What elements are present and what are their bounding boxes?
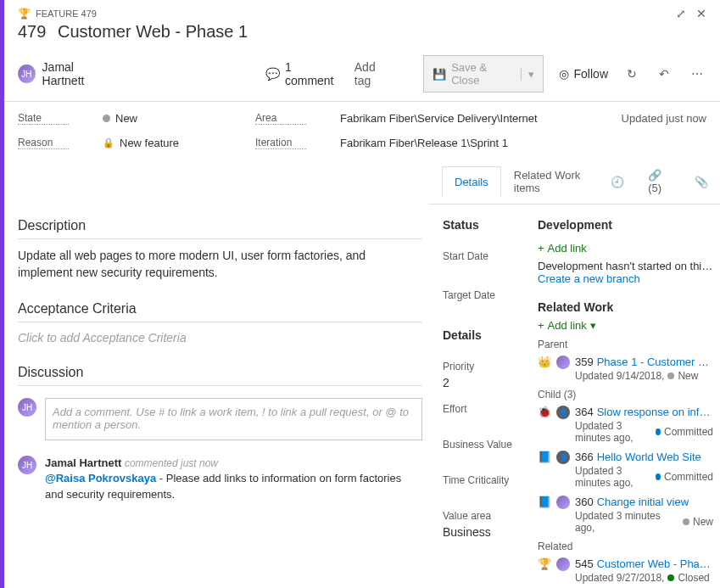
reason-value[interactable]: 🔒New feature: [103, 137, 221, 149]
tab-related[interactable]: Related Work items: [501, 160, 599, 204]
start-date-label: Start Date: [443, 250, 531, 262]
time-criticality-label: Time Criticality: [443, 474, 531, 486]
priority-label: Priority: [443, 361, 531, 372]
comment-item: JH Jamal Hartnett commented just now @Ra…: [18, 456, 422, 502]
avatar: [556, 356, 570, 369]
avatar: 👤: [556, 406, 570, 419]
description-text[interactable]: Update all web pages to more modern UI, …: [18, 248, 422, 281]
related-item[interactable]: 🐞 👤 364 Slow response on inform… Updated…: [538, 406, 713, 444]
avatar: JH: [18, 64, 36, 83]
related-item[interactable]: 📘 👤 366 Hello World Web Site Updated 3 m…: [538, 451, 713, 489]
reason-label: Reason: [18, 137, 69, 149]
tab-details[interactable]: Details: [442, 166, 501, 198]
related-item[interactable]: 👑 359 Phase 1 - Customer acce… Updated 9…: [538, 356, 713, 382]
comment-input[interactable]: Add a comment. Use # to link a work item…: [45, 398, 422, 440]
parent-label: Parent: [538, 339, 713, 350]
value-area-value[interactable]: Business: [443, 525, 531, 539]
child-label: Child (3): [538, 389, 713, 400]
comments-link[interactable]: 💬 1 comment: [265, 60, 339, 87]
work-item-id: 479: [18, 22, 46, 41]
add-dev-link-button[interactable]: +Add link: [538, 242, 713, 255]
mention[interactable]: @Raisa Pokrovskaya: [45, 472, 156, 484]
epic-icon: 👑: [538, 356, 551, 368]
description-heading: Description: [18, 218, 422, 239]
pbi-icon: 📘: [538, 451, 551, 463]
lock-icon: 🔒: [103, 137, 114, 148]
pbi-icon: 📘: [538, 496, 551, 508]
more-actions-icon[interactable]: ⋯: [688, 64, 706, 84]
assignee-name: Jamal Hartnett: [42, 60, 114, 87]
links-tab[interactable]: 🔗 (5): [636, 160, 683, 203]
follow-icon: ◎: [559, 67, 569, 81]
comment-icon: 💬: [265, 67, 280, 81]
add-related-link-button[interactable]: +Add link ▾: [538, 319, 713, 332]
iteration-value[interactable]: Fabrikam Fiber\Release 1\Sprint 1: [340, 137, 538, 149]
restore-icon[interactable]: ⤢: [676, 7, 686, 20]
state-value[interactable]: New: [103, 112, 221, 125]
dev-message: Development hasn't started on this item.: [538, 260, 713, 272]
avatar: JH: [18, 456, 36, 474]
acceptance-placeholder[interactable]: Click to add Acceptance Criteria: [18, 331, 422, 344]
assignee-picker[interactable]: JH Jamal Hartnett: [18, 60, 114, 87]
related-item[interactable]: 📘 360 Change initial view Updated 3 minu…: [538, 496, 713, 534]
save-icon: 💾: [433, 68, 446, 81]
effort-label: Effort: [443, 403, 531, 415]
feature-trophy-icon: 🏆: [538, 557, 551, 570]
chevron-down-icon[interactable]: ▾: [521, 68, 534, 81]
save-close-button[interactable]: 💾 Save & Close ▾: [423, 55, 543, 92]
close-icon[interactable]: ✕: [696, 7, 706, 20]
updated-timestamp: Updated just now: [622, 112, 706, 125]
avatar: [556, 496, 570, 509]
comment-author: Jamal Hartnett: [45, 456, 121, 469]
refresh-icon[interactable]: ↻: [623, 64, 640, 84]
development-heading: Development: [538, 218, 713, 237]
area-label: Area: [255, 112, 306, 125]
bug-icon: 🐞: [538, 406, 551, 418]
target-date-label: Target Date: [443, 289, 531, 301]
priority-value[interactable]: 2: [443, 376, 531, 389]
chevron-down-icon: ▾: [590, 319, 596, 332]
revert-icon[interactable]: ↶: [656, 64, 673, 84]
add-tag-button[interactable]: Add tag: [354, 60, 393, 87]
business-value-label: Business Value: [443, 439, 531, 451]
history-icon[interactable]: 🕘: [599, 167, 636, 197]
related-item[interactable]: 🏆 545 Customer Web - Phase 1 Updated 9/2…: [538, 557, 713, 584]
feature-trophy-icon: 🏆: [18, 8, 31, 20]
create-branch-link[interactable]: Create a new branch: [538, 272, 713, 285]
related-label: Related: [538, 540, 713, 552]
comment-time: commented just now: [125, 457, 218, 469]
acceptance-heading: Acceptance Criteria: [18, 301, 422, 322]
avatar: [556, 557, 570, 571]
avatar: 👤: [556, 451, 570, 464]
details-heading: Details: [443, 328, 531, 347]
avatar: JH: [18, 398, 36, 417]
work-item-title[interactable]: Customer Web - Phase 1: [58, 22, 248, 41]
work-item-type: FEATURE 479: [36, 8, 97, 19]
status-heading: Status: [443, 218, 531, 237]
related-work-heading: Related Work: [538, 300, 713, 314]
plus-icon: +: [538, 242, 544, 255]
plus-icon: +: [538, 319, 544, 332]
discussion-heading: Discussion: [18, 365, 422, 386]
iteration-label: Iteration: [255, 137, 306, 149]
follow-button[interactable]: ◎ Follow: [559, 67, 608, 81]
attachments-icon[interactable]: 📎: [683, 167, 720, 197]
state-label: State: [18, 112, 69, 125]
value-area-label: Value area: [443, 510, 531, 522]
area-value[interactable]: Fabrikam Fiber\Service Delivery\Internet: [340, 112, 538, 125]
